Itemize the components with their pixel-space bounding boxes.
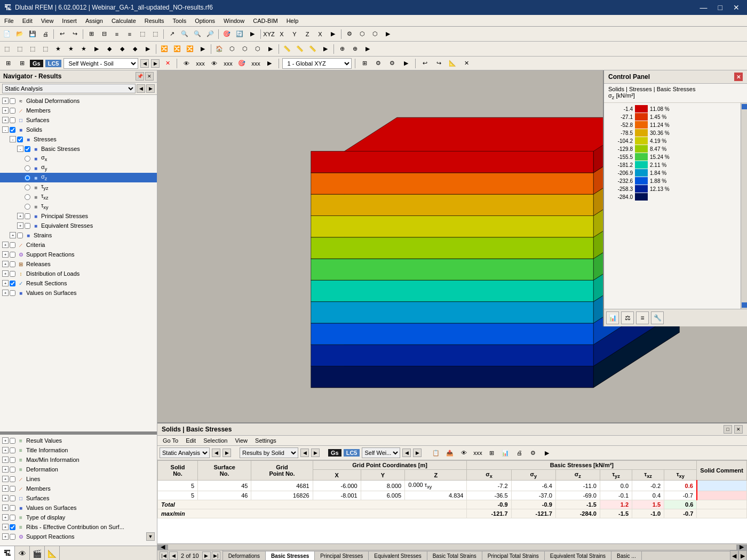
viewport[interactable]: Control Panel ✕ Solids | Stresses | Basi… [157, 70, 747, 422]
expand-releases[interactable]: + [2, 261, 9, 267]
results-menu-settings[interactable]: Settings [252, 436, 280, 445]
nav-scroll-down[interactable]: ▼ [146, 532, 155, 541]
results-selfwei-next[interactable]: ▶ [413, 449, 422, 457]
expand-distribution[interactable]: + [2, 270, 9, 277]
page-last[interactable]: ▶| [212, 551, 220, 560]
radio-sy[interactable] [25, 165, 30, 171]
tree-surfaces[interactable]: + □ Surfaces [0, 115, 157, 125]
check-global-deformations[interactable] [10, 98, 15, 104]
tree-support-reactions[interactable]: + ⚙ Support Reactions [0, 250, 157, 259]
check-releases[interactable] [10, 261, 15, 267]
tabs-next[interactable]: ▶ [738, 550, 747, 560]
tree-lines[interactable]: + ⟋ Lines [0, 474, 157, 484]
lc-icon3[interactable]: xxx [194, 58, 206, 69]
tree-deformation[interactable]: + ≡ Deformation [0, 465, 157, 474]
check-surfaces[interactable] [10, 117, 15, 123]
tb2-extra2[interactable]: ⊕ [349, 43, 361, 55]
tree-values-on-surfaces[interactable]: + ■ Values on Surfaces [0, 288, 157, 298]
check-type-display[interactable] [10, 515, 15, 521]
lc-icon12[interactable]: ▶ [400, 58, 412, 69]
table-row-1[interactable]: 5 45 4681 -6.000 8.000 0.000 τxy -7.2 -6… [158, 481, 747, 491]
toolbar-btn8[interactable]: Y [289, 28, 300, 40]
table-btn[interactable]: ⊞ [85, 28, 97, 40]
tree-distribution-of-loads[interactable]: + ↕ Distribution of Loads [0, 269, 157, 278]
tree-values-surfaces-bottom[interactable]: + ■ Values on Surfaces [0, 503, 157, 513]
lc-icon7[interactable]: xxx [250, 58, 261, 69]
expand-lines[interactable]: + [2, 476, 9, 482]
tb2-btn8[interactable]: ▶ [91, 43, 102, 55]
toolbar-btn3[interactable]: ≡ [111, 28, 123, 40]
lc-icon14[interactable]: ↪ [433, 58, 444, 69]
tb2-btn3[interactable]: ⬚ [27, 43, 38, 55]
toolbar-btn14[interactable]: ▶ [382, 28, 394, 40]
tb2-icon3[interactable]: 🔀 [184, 43, 196, 55]
tab-basic-stresses[interactable]: Basic Stresses [266, 551, 315, 561]
tree-sz[interactable]: ■ σz [0, 173, 157, 182]
results-eye[interactable]: 👁 [458, 447, 470, 459]
tree-surfaces-bottom[interactable]: + □ Surfaces [0, 493, 157, 503]
table2-btn[interactable]: ⊟ [98, 28, 110, 40]
radio-tyz[interactable] [25, 185, 30, 190]
menu-results[interactable]: Results [140, 17, 169, 25]
toolbar-btn5[interactable]: ⬚ [137, 28, 148, 40]
zoom2-btn[interactable]: 🔍 [192, 28, 203, 40]
tb2-btn7[interactable]: ★ [78, 43, 90, 55]
tb2-more3[interactable]: ▶ [320, 43, 331, 55]
expand-global-deformations[interactable]: + [2, 98, 9, 104]
check-result-values[interactable] [10, 438, 15, 444]
menu-cad-bim[interactable]: CAD-BIM [249, 17, 282, 25]
tb2-dim1[interactable]: 📏 [281, 43, 293, 55]
toolbar-btn11[interactable]: ▶ [327, 28, 339, 40]
results-hscrollbar[interactable]: ◀ ▶ [157, 543, 747, 550]
tree-txy[interactable]: ■ τxy [0, 202, 157, 211]
nav-btn-view[interactable]: 🎬 [30, 546, 45, 560]
tree-tyz[interactable]: ■ τyz [0, 182, 157, 192]
expand-values-b[interactable]: + [2, 505, 9, 511]
results-chart[interactable]: 📊 [499, 447, 511, 459]
tb2-extra3[interactable]: ▶ [362, 43, 374, 55]
new-btn[interactable]: 📄 [1, 28, 13, 40]
results-close[interactable]: ✕ [734, 425, 743, 434]
results-settings[interactable]: ⚙ [527, 447, 539, 459]
menu-view[interactable]: View [37, 17, 58, 25]
toolbar-btn12[interactable]: ⬡ [356, 28, 368, 40]
lc-prev[interactable]: ◀ [140, 59, 149, 68]
results-selfwei-prev[interactable]: ◀ [402, 449, 411, 457]
results-xxx[interactable]: xxx [472, 447, 483, 459]
expand-deformation[interactable]: + [2, 466, 9, 473]
tab-equivalent-stresses[interactable]: Equivalent Stresses [369, 551, 427, 560]
check-surfaces-b[interactable] [10, 495, 15, 501]
tree-txz[interactable]: ■ τxz [0, 192, 157, 202]
tb2-icon1[interactable]: 🔀 [158, 43, 170, 55]
settings-btn[interactable]: ⚙ [344, 28, 355, 40]
check-title-info[interactable] [10, 447, 15, 453]
results-menu-edit[interactable]: Edit [182, 436, 199, 445]
nav-filter-next[interactable]: ▶ [146, 84, 155, 93]
tree-solids[interactable]: - ■ Solids [0, 125, 157, 134]
page-next[interactable]: ▶ [202, 551, 211, 560]
results-filter-select[interactable]: Static Analysis [160, 447, 210, 458]
menu-help[interactable]: Help [282, 17, 303, 25]
check-lines[interactable] [10, 476, 15, 482]
tree-ribs[interactable]: + ≡ Ribs - Effective Contribution on Sur… [0, 522, 157, 532]
tabs-prev[interactable]: ◀ [730, 550, 738, 560]
lc-icon10[interactable]: ⚙ [372, 58, 384, 69]
tree-equivalent-stresses[interactable]: + ■ Equivalent Stresses [0, 221, 157, 230]
lc-icon16[interactable]: ✕ [460, 58, 472, 69]
expand-title-info[interactable]: + [2, 447, 9, 453]
menu-tools[interactable]: Tools [168, 17, 190, 25]
results-copy[interactable]: 📋 [430, 447, 442, 459]
lc-icon9[interactable]: ⊞ [359, 58, 370, 69]
minimize-button[interactable]: — [697, 3, 711, 12]
tree-global-deformations[interactable]: + ≈ Global Deformations [0, 96, 157, 106]
nav-close[interactable]: ✕ [145, 72, 154, 81]
menu-assign[interactable]: Assign [81, 17, 107, 25]
radio-txy[interactable] [25, 204, 30, 210]
menu-edit[interactable]: Edit [18, 17, 37, 25]
tree-strains[interactable]: + ■ Strains [0, 230, 157, 240]
toolbar-btn6[interactable]: ⬚ [149, 28, 161, 40]
expand-basic-stresses[interactable]: - [17, 146, 23, 152]
navigator-filter-select[interactable]: Static Analysis [2, 84, 136, 93]
save-btn[interactable]: 💾 [27, 28, 38, 40]
tb2-dim2[interactable]: 📏 [294, 43, 306, 55]
